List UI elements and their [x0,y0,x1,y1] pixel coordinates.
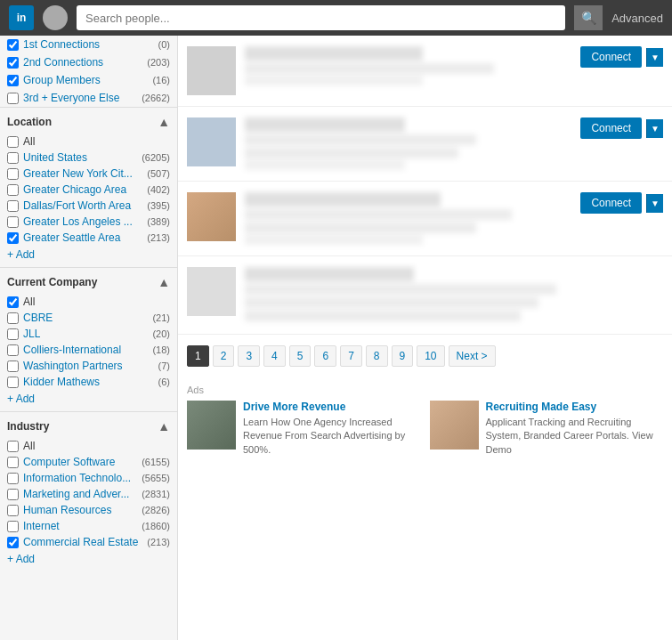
user-avatar[interactable] [43,5,68,30]
next-page-button[interactable]: Next > [449,345,496,367]
sidebar: 1st Connections (0) 2nd Connections (203… [0,36,178,640]
result-title-1 [245,63,494,74]
location-add-link[interactable]: + Add [7,246,170,263]
connect-dropdown-2[interactable]: ▼ [646,119,663,138]
location-label-all[interactable]: All [23,135,170,148]
industry-label-realestate[interactable]: Commercial Real Estate [23,536,142,548]
location-header: Location ▲ [7,115,170,129]
industry-item-realestate: Commercial Real Estate (213) [7,534,170,550]
industry-item-all: All [7,438,170,454]
checkbox-company-kidder[interactable] [7,377,19,388]
checkbox-industry-software[interactable] [7,457,19,468]
checkbox-location-chicago[interactable] [7,184,19,196]
checkbox-industry-hr[interactable] [7,505,19,516]
location-item-us: United States (6205) [7,150,170,166]
page-button-10[interactable]: 10 [417,345,444,367]
location-label-seattle[interactable]: Greater Seattle Area [23,231,142,244]
company-label-all[interactable]: All [23,296,170,308]
connect-button-1[interactable]: Connect [580,46,642,68]
checkbox-industry-it[interactable] [7,473,19,484]
result-name-2 [245,117,405,132]
page-button-8[interactable]: 8 [366,345,388,367]
industry-label-all[interactable]: All [23,440,170,452]
company-count-jll: (20) [152,328,170,339]
company-header: Current Company ▲ [7,275,170,289]
industry-label-internet[interactable]: Internet [23,520,137,532]
page-button-1[interactable]: 1 [187,345,209,367]
location-label-chicago[interactable]: Greater Chicago Area [23,183,142,196]
company-label-colliers[interactable]: Colliers-International [23,344,148,356]
checkbox-group[interactable] [7,75,19,86]
industry-add-link[interactable]: + Add [7,550,170,568]
industry-label-hr[interactable]: Human Resources [23,504,137,516]
checkbox-company-all[interactable] [7,296,19,308]
connection-label-1st[interactable]: 1st Connections [23,38,154,51]
company-item-jll: JLL (20) [7,326,170,342]
location-label-dfw[interactable]: Dallas/Fort Worth Area [23,199,142,212]
ad-title-1[interactable]: Drive More Revenue [243,401,421,413]
checkbox-industry-realestate[interactable] [7,537,19,548]
checkbox-1st[interactable] [7,39,19,51]
ads-section: Ads Drive More Revenue Learn How One Age… [178,377,672,464]
location-collapse-icon[interactable]: ▲ [158,115,170,129]
company-collapse-icon[interactable]: ▲ [158,275,170,289]
result-info-3 [245,192,571,245]
checkbox-industry-all[interactable] [7,441,19,452]
checkbox-location-seattle[interactable] [7,232,19,244]
search-button[interactable]: 🔍 [574,5,603,30]
result-title-2 [245,134,476,145]
industry-item-internet: Internet (1860) [7,518,170,534]
connection-label-3rd[interactable]: 3rd + Everyone Else [23,92,137,104]
company-label-kidder[interactable]: Kidder Mathews [23,376,154,388]
connect-button-3[interactable]: Connect [580,192,642,214]
industry-item-software: Computer Software (6155) [7,454,170,470]
search-input[interactable] [77,5,565,30]
checkbox-company-colliers[interactable] [7,344,19,356]
industry-label-marketing[interactable]: Marketing and Adver... [23,488,137,500]
location-item-ny: Greater New York Cit... (507) [7,166,170,182]
location-label-ny[interactable]: Greater New York Cit... [23,167,142,180]
checkbox-company-jll[interactable] [7,328,19,340]
connect-dropdown-1[interactable]: ▼ [646,48,663,67]
industry-collapse-icon[interactable]: ▲ [158,419,170,433]
industry-label-software[interactable]: Computer Software [23,456,137,468]
location-count-la: (389) [147,216,170,227]
advanced-link[interactable]: Advanced [611,12,663,25]
page-button-4[interactable]: 4 [263,345,286,367]
industry-count-software: (6155) [142,457,170,467]
page-button-7[interactable]: 7 [340,345,362,367]
checkbox-company-washington[interactable] [7,361,19,372]
ad-title-2[interactable]: Recruiting Made Easy [486,401,664,413]
checkbox-industry-internet[interactable] [7,521,19,532]
checkbox-3rd[interactable] [7,93,19,104]
checkbox-location-ny[interactable] [7,168,19,180]
connection-label-group[interactable]: Group Members [23,74,148,86]
location-label-us[interactable]: United States [23,151,137,164]
company-item-kidder: Kidder Mathews (6) [7,374,170,390]
company-add-link[interactable]: + Add [7,390,170,408]
page-button-2[interactable]: 2 [213,345,235,367]
checkbox-industry-marketing[interactable] [7,489,19,500]
company-label-jll[interactable]: JLL [23,328,148,340]
company-title: Current Company [7,276,97,288]
page-button-3[interactable]: 3 [238,345,260,367]
checkbox-location-la[interactable] [7,216,19,228]
company-label-washington[interactable]: Washington Partners [23,360,154,372]
connection-label-2nd[interactable]: 2nd Connections [23,56,142,69]
checkbox-location-dfw[interactable] [7,200,19,212]
connection-count-2nd: (203) [147,57,170,68]
checkbox-company-cbre[interactable] [7,312,19,324]
industry-label-it[interactable]: Information Technolo... [23,472,137,484]
connect-dropdown-3[interactable]: ▼ [646,194,663,213]
connect-button-2[interactable]: Connect [580,117,642,139]
ad-item-2: Recruiting Made Easy Applicant Tracking … [430,401,664,457]
page-button-9[interactable]: 9 [392,345,414,367]
checkbox-location-us[interactable] [7,152,19,164]
page-button-5[interactable]: 5 [289,345,312,367]
result-name-4 [245,267,414,281]
company-label-cbre[interactable]: CBRE [23,312,148,324]
location-label-la[interactable]: Greater Los Angeles ... [23,215,142,228]
checkbox-2nd[interactable] [7,57,19,69]
page-button-6[interactable]: 6 [314,345,336,367]
checkbox-location-all[interactable] [7,136,19,148]
